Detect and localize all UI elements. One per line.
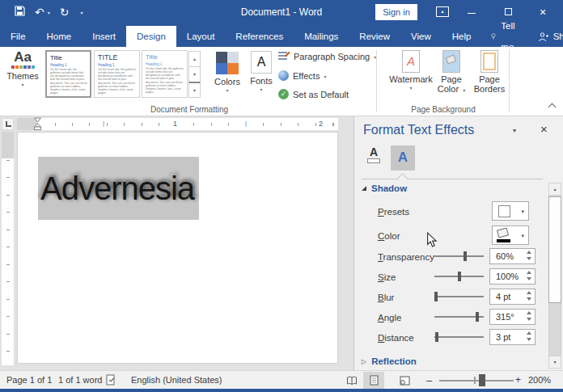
distance-label: Distance xyxy=(378,333,414,343)
vertical-ruler[interactable] xyxy=(2,132,14,365)
selected-text-highlight[interactable]: Advernesia xyxy=(38,157,199,220)
document-style-card-1[interactable]: Title Heading 1 On the Insert tab, the g… xyxy=(45,50,91,98)
close-button[interactable]: × xyxy=(529,0,557,24)
tab-insert[interactable]: Insert xyxy=(82,26,126,47)
themes-icon: Aa xyxy=(5,50,40,65)
ribbon-display-options-button[interactable]: ▴ xyxy=(436,6,449,17)
tab-home[interactable]: Home xyxy=(36,26,83,47)
chevron-down-icon: ▾ xyxy=(324,74,326,79)
group-label-document-formatting: Document Formatting xyxy=(3,105,375,114)
shadow-color-label: Color xyxy=(378,231,400,241)
tab-help[interactable]: Help xyxy=(442,26,482,47)
text-effects-icon: A xyxy=(391,145,415,169)
zoom-level[interactable]: 200% xyxy=(528,375,551,385)
selected-tab-notch xyxy=(397,173,408,183)
pane-title: Format Text Effects xyxy=(363,123,474,137)
blur-label: Blur xyxy=(378,293,394,302)
paragraph-spacing-button[interactable]: Paragraph Spacing ▾ xyxy=(278,52,376,61)
spinner-arrows-icon[interactable] xyxy=(527,271,531,280)
paint-bucket-icon xyxy=(497,227,509,238)
blur-slider[interactable] xyxy=(434,291,484,302)
gallery-more-button[interactable]: ▾ xyxy=(188,82,201,98)
blur-spinner[interactable]: 4 pt xyxy=(489,289,535,305)
set-as-default-button[interactable]: ✓ Set as Default xyxy=(278,89,349,99)
themes-button[interactable]: Aa Themes ▾ xyxy=(5,50,40,87)
document-style-card-3[interactable]: Title Heading 1 On the Insert tab, the g… xyxy=(142,50,188,98)
document-style-card-2[interactable]: TITLE Heading 1 On the Insert tab, the g… xyxy=(94,50,140,98)
tab-layout[interactable]: Layout xyxy=(176,26,226,47)
expand-triangle-icon: ▷ xyxy=(362,358,366,365)
gallery-scroll-up-button[interactable]: ▴ xyxy=(188,51,201,67)
colors-button[interactable]: Colors ▾ xyxy=(210,50,244,93)
sign-in-button[interactable]: Sign in xyxy=(375,4,417,20)
pane-scrollbar-thumb[interactable] xyxy=(548,196,561,303)
chevron-down-icon: ▾ xyxy=(521,233,524,239)
tab-references[interactable]: References xyxy=(225,26,294,47)
chevron-down-icon: ▾ xyxy=(521,209,524,215)
word-count[interactable]: 1 of 1 word xyxy=(58,375,102,385)
size-slider[interactable] xyxy=(434,271,484,282)
angle-spinner[interactable]: 315° xyxy=(489,309,535,325)
spinner-arrows-icon[interactable] xyxy=(527,291,531,301)
format-text-effects-pane: Format Text Effects ▾ × A A Shadow Prese… xyxy=(353,116,563,370)
pane-close-icon[interactable]: × xyxy=(540,122,548,136)
spinner-arrows-icon[interactable] xyxy=(527,331,531,341)
proofing-icon[interactable] xyxy=(106,374,116,387)
shadow-color-dropdown[interactable]: ▾ xyxy=(492,226,529,245)
web-layout-button[interactable] xyxy=(394,372,415,389)
read-mode-button[interactable] xyxy=(341,372,362,389)
distance-spinner[interactable]: 3 pt xyxy=(489,329,535,345)
transparency-slider[interactable] xyxy=(434,251,484,262)
angle-label: Angle xyxy=(378,313,401,322)
page-color-button[interactable]: Page Color ▾ xyxy=(435,50,468,94)
tab-text-effects[interactable]: A xyxy=(391,145,415,171)
tab-design[interactable]: Design xyxy=(126,26,176,47)
document-page[interactable]: Advernesia xyxy=(17,132,338,364)
zoom-in-button[interactable]: + xyxy=(515,374,521,386)
tab-selector-button[interactable] xyxy=(2,118,14,130)
paragraph-spacing-icon xyxy=(278,52,290,61)
minimize-button[interactable] xyxy=(458,0,485,24)
tab-text-fill-outline[interactable]: A xyxy=(362,145,386,171)
mouse-cursor xyxy=(426,232,438,251)
scrollbar-up-icon[interactable]: ▴ xyxy=(548,183,561,196)
language-indicator[interactable]: English (United States) xyxy=(131,375,222,385)
collapse-ribbon-button[interactable] xyxy=(548,103,557,108)
scrollbar-down-icon[interactable]: ▾ xyxy=(548,356,561,369)
presets-dropdown[interactable]: ▾ xyxy=(492,201,529,221)
tab-stop-icon xyxy=(6,121,11,127)
effects-button[interactable]: Effects ▾ xyxy=(278,70,326,81)
distance-slider[interactable] xyxy=(434,331,484,343)
spinner-arrows-icon[interactable] xyxy=(527,251,531,260)
document-text[interactable]: Advernesia xyxy=(38,171,194,207)
angle-slider[interactable] xyxy=(434,311,484,322)
spinner-arrows-icon[interactable] xyxy=(527,311,531,321)
tell-me-button[interactable]: Tell me xyxy=(481,26,527,47)
tab-review[interactable]: Review xyxy=(349,26,400,47)
share-button[interactable]: Share xyxy=(528,26,563,47)
zoom-slider-track[interactable] xyxy=(439,380,514,381)
group-label-page-background: Page Background xyxy=(379,105,508,114)
ribbon: Aa Themes ▾ Title Heading 1 On the Inser… xyxy=(0,47,563,116)
size-spinner[interactable]: 100% xyxy=(489,268,535,285)
watermark-button[interactable]: A Watermark ▾ xyxy=(388,50,434,91)
lightbulb-icon xyxy=(491,31,496,42)
tab-mailings[interactable]: Mailings xyxy=(294,26,349,47)
tab-file[interactable]: File xyxy=(0,26,36,47)
gallery-scroll-down-button[interactable]: ▾ xyxy=(188,66,201,82)
tab-view[interactable]: View xyxy=(400,26,442,47)
horizontal-ruler[interactable]: | 1 | 2 xyxy=(17,118,338,130)
page-indicator[interactable]: Page 1 of 1 xyxy=(6,375,52,385)
zoom-out-button[interactable]: – xyxy=(426,374,432,386)
page-borders-button[interactable]: Page Borders xyxy=(471,50,508,94)
shadow-section-header[interactable]: Shadow xyxy=(362,183,407,193)
pane-separator xyxy=(362,179,543,179)
transparency-spinner[interactable]: 60% xyxy=(489,248,535,264)
print-layout-button[interactable] xyxy=(363,372,384,389)
fonts-icon: A xyxy=(251,51,272,74)
pane-menu-dropdown-icon[interactable]: ▾ xyxy=(513,127,516,134)
fonts-button[interactable]: A Fonts ▾ xyxy=(247,50,276,92)
zoom-slider-thumb[interactable] xyxy=(479,374,485,386)
reflection-section-header[interactable]: ▷ Reflection xyxy=(362,356,417,366)
group-separator xyxy=(509,49,510,112)
